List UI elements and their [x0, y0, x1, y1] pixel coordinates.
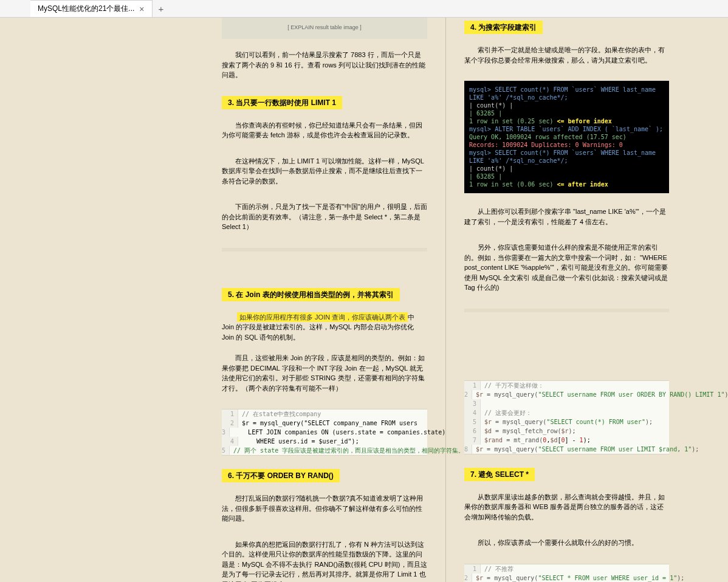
term-line: | count(*) | — [469, 165, 664, 173]
heading-4: 4. 为搜索字段建索引 — [464, 21, 543, 34]
paragraph: 从数据库里读出越多的数据，那么查询就会变得越慢。并且，如果你的数据库服务器和 W… — [464, 492, 669, 522]
paragraph: 下面的示例，只是为了找一下是否有"中国"的用户，很明显，后面的会比前面的更有效率… — [222, 202, 427, 232]
heading-5: 5. 在 Join 表的时候使用相当类型的例，并将其索引 — [222, 288, 400, 301]
code-block-join: 1// 在state中查找company2$r = mysql_query("S… — [222, 409, 427, 456]
term-line: Records: 1009024 Duplicates: 0 Warnings:… — [469, 141, 664, 149]
right-column: 4. 为搜索字段建索引 索引并不一定就是给主键或是唯一的字段。如果在你的表中，有… — [445, 17, 687, 582]
plus-icon: + — [159, 4, 164, 14]
heading-7: 7. 避免 SELECT * — [464, 468, 535, 481]
new-tab-button[interactable]: + — [153, 0, 170, 17]
paragraph: 想打乱返回的数据行?随机挑一个数据?真不知道谁发明了这种用法，但很多新手很喜欢这… — [222, 493, 427, 524]
paragraph: 而且，这些被用来 Join 的字段，应该是相同的类型的。例如：如果你要把 DEC… — [222, 353, 427, 393]
paragraph: 在这种情况下，加上 LIMIT 1 可以增加性能。这样一样，MySQL 数据库引… — [222, 156, 427, 187]
terminal-output: mysql> SELECT count(*) FROM `users` WHER… — [464, 81, 669, 193]
page-content: [ EXPLAIN result table image ] 我们可以看到，前一… — [0, 0, 728, 582]
paragraph: 从上图你可以看到那个搜索字串 "last_name LIKE 'a%'"，一个是… — [464, 207, 669, 227]
left-column: [ EXPLAIN result table image ] 我们可以看到，前一… — [204, 17, 445, 582]
term-line: | 63285 | — [469, 173, 664, 180]
paragraph: 所以，你应该养成一个需要什么就取什么的好的习惯。 — [464, 538, 669, 548]
page-separator — [464, 309, 669, 312]
heading-6: 6. 千万不要 ORDER BY RAND() — [222, 469, 340, 482]
term-line: mysql> SELECT count(*) FROM `users` WHER… — [469, 149, 664, 165]
term-line: 1 row in set (0.25 sec) <= before index — [469, 117, 664, 125]
paragraph: 当你查询表的有些时候，你已经知道结果只会有一条结果，但因为你可能需要去 fetc… — [222, 120, 427, 140]
term-line: Query OK, 1009024 rows affected (17.57 s… — [469, 133, 664, 141]
paragraph: 如果你的应用程序有很多 JOIN 查询，你应该确认两个表中 Join 的字段是被… — [222, 312, 427, 343]
tab-title: MySQL性能优化的21个最佳... — [38, 4, 134, 14]
code-block-select: 1// 不推荐2$r = mysql_query("SELECT * FROM … — [464, 564, 669, 583]
left-gutter — [0, 17, 204, 582]
term-line: | count(*) | — [469, 101, 664, 109]
paragraph: 另外，你应该也需要知道什么样的搜索是不能使用正常的索引的。例如，当你需要在一篇大… — [464, 242, 669, 293]
term-line: mysql> SELECT count(*) FROM `users` WHER… — [469, 86, 664, 101]
paragraph: 我们可以看到，前一个结果显示搜索了 7883 行，而后一个只是搜索了两个表的 9… — [222, 50, 427, 80]
term-line: | 63285 | — [469, 109, 664, 117]
code-block-rand: 1// 千万不要这样做：2$r = mysql_query("SELECT us… — [464, 380, 669, 454]
heading-3: 3. 当只要一行数据时使用 LIMIT 1 — [222, 96, 342, 109]
heading-wrap: 4. 为搜索字段建索引 — [464, 21, 669, 34]
tabbar-spacer — [0, 0, 30, 17]
browser-tabbar: MySQL性能优化的21个最佳... × + — [0, 0, 728, 18]
paragraph: 索引并不一定就是给主键或是唯一的字段。如果在你的表中，有某个字段你总要会经常用来… — [464, 45, 669, 65]
explain-result-image: [ EXPLAIN result table image ] — [222, 17, 427, 39]
highlighted-text: 如果你的应用程序有很多 JOIN 查询，你应该确认两个表 — [237, 312, 408, 323]
close-icon[interactable]: × — [139, 4, 144, 14]
term-line: mysql> ALTER TABLE `users` ADD INDEX ( `… — [469, 125, 664, 133]
page-separator — [222, 248, 427, 252]
paragraph: 如果你真的想把返回的数据行打乱了，你有 N 种方法可以达到这个目的。这样使用只让… — [222, 539, 427, 583]
term-line: 1 row in set (0.06 sec) <= after index — [469, 180, 664, 188]
browser-tab-active[interactable]: MySQL性能优化的21个最佳... × — [30, 0, 153, 17]
